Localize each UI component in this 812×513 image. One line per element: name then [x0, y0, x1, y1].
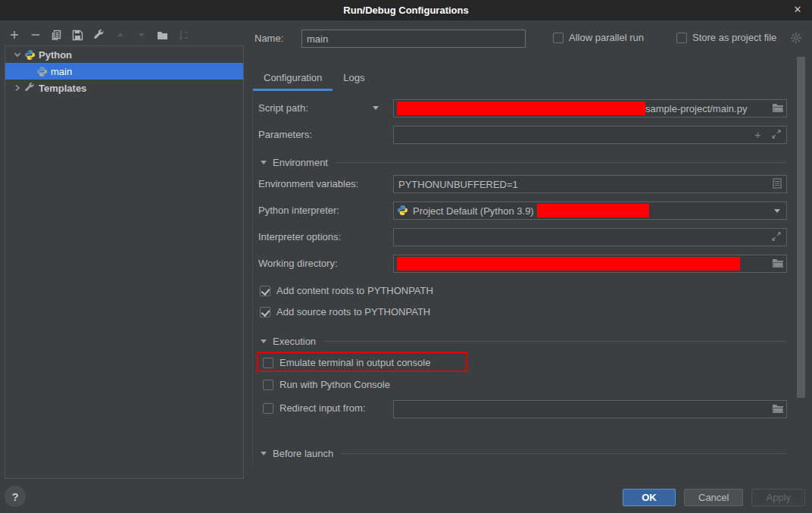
edit-templates-icon[interactable] [92, 29, 105, 42]
python-icon [36, 65, 48, 77]
redaction-block [537, 204, 649, 217]
redaction-block [397, 257, 740, 271]
environment-section-title: Environment [273, 157, 328, 168]
tab-logs[interactable]: Logs [333, 68, 375, 91]
help-button[interactable]: ? [5, 486, 26, 507]
combobox-dropdown-icon[interactable] [768, 202, 786, 219]
copy-icon[interactable] [50, 29, 63, 42]
folder-icon[interactable] [772, 102, 784, 114]
apply-button[interactable]: Apply [751, 489, 805, 506]
move-up-icon[interactable] [114, 29, 126, 42]
tree-item-label: main [51, 66, 72, 77]
name-label: Name: [255, 33, 283, 44]
cancel-button[interactable]: Cancel [684, 489, 743, 506]
checkbox-icon[interactable] [260, 286, 270, 296]
execution-section-title: Execution [273, 336, 316, 347]
store-as-project-file-checkbox[interactable]: Store as project file [676, 32, 776, 43]
add-content-roots-label: Add content roots to PYTHONPATH [276, 285, 433, 296]
script-path-row: Script path: sample-project/main.py [253, 99, 795, 117]
checkbox-icon[interactable] [260, 307, 270, 317]
script-path-field[interactable]: sample-project/main.py [393, 99, 787, 117]
new-folder-icon[interactable] [156, 29, 169, 42]
python-interpreter-row: Python interpreter: Project Default (Pyt… [253, 202, 795, 220]
store-as-project-file-label: Store as project file [692, 32, 776, 43]
working-directory-label: Working directory: [258, 258, 338, 269]
configurations-tree: Python main Templates [5, 45, 244, 479]
chevron-down-icon[interactable] [11, 51, 23, 58]
move-down-icon[interactable] [135, 29, 148, 42]
chevron-right-icon[interactable] [11, 84, 23, 92]
add-content-roots-checkbox[interactable]: Add content roots to PYTHONPATH [260, 285, 433, 296]
emulate-terminal-checkbox[interactable]: Emulate terminal in output console [263, 357, 430, 368]
run-with-python-console-checkbox[interactable]: Run with Python Console [263, 379, 390, 390]
checkbox-icon[interactable] [263, 380, 273, 390]
redirect-input-row [253, 400, 795, 418]
redirect-input-field[interactable] [393, 400, 787, 418]
before-launch-section-header[interactable]: Before launch [253, 446, 795, 460]
tree-item-label: Python [39, 49, 72, 61]
tree-item-main-selected[interactable]: main [5, 63, 243, 80]
dialog-titlebar: Run/Debug Configurations ✕ [0, 0, 812, 20]
save-icon[interactable] [71, 29, 84, 42]
tree-item-python-group[interactable]: Python [5, 46, 243, 63]
checkbox-icon[interactable] [263, 358, 273, 368]
configuration-form: Script path: sample-project/main.py Para… [252, 91, 795, 462]
working-directory-row: Working directory: [253, 255, 795, 273]
python-interpreter-value: Project Default (Python 3.9) [413, 205, 534, 217]
section-divider [323, 341, 786, 342]
allow-parallel-run-label: Allow parallel run [569, 32, 644, 43]
section-divider [341, 453, 786, 454]
tree-item-label: Templates [39, 83, 86, 94]
run-with-python-console-label: Run with Python Console [280, 379, 390, 390]
ok-button[interactable]: OK [623, 489, 676, 506]
name-row: Name: Allow parallel run Store as projec… [255, 30, 794, 48]
section-collapse-icon[interactable] [261, 339, 267, 343]
tree-item-templates-group[interactable]: Templates [5, 80, 243, 96]
expand-icon[interactable] [771, 129, 783, 141]
python-icon [23, 48, 36, 61]
vertical-scrollbar-thumb[interactable] [797, 57, 805, 398]
add-source-roots-label: Add source roots to PYTHONPATH [276, 306, 430, 317]
emulate-terminal-label: Emulate terminal in output console [280, 357, 430, 368]
script-path-value: sample-project/main.py [645, 103, 747, 114]
tab-configuration[interactable]: Configuration [253, 68, 333, 91]
section-divider [336, 162, 786, 163]
before-launch-section-title: Before launch [273, 448, 333, 459]
list-icon[interactable] [773, 178, 785, 190]
redaction-block [397, 102, 645, 115]
close-icon[interactable]: ✕ [791, 3, 804, 17]
wrench-icon [23, 82, 36, 94]
python-interpreter-label: Python interpreter: [258, 205, 339, 216]
environment-variables-row: Environment variables: [253, 175, 795, 193]
script-path-dropdown-icon[interactable] [373, 106, 379, 110]
allow-parallel-run-checkbox[interactable]: Allow parallel run [553, 32, 644, 43]
working-directory-field[interactable] [393, 255, 787, 273]
plus-icon[interactable]: + [754, 130, 767, 142]
dialog-buttons: OK Cancel Apply [623, 489, 805, 506]
checkbox-icon[interactable] [553, 33, 564, 43]
expand-icon[interactable] [771, 231, 783, 243]
script-path-label: Script path: [258, 102, 308, 114]
checkbox-icon[interactable] [676, 33, 687, 43]
interpreter-options-row: Interpreter options: [253, 228, 795, 246]
tab-bar: Configuration Logs [253, 68, 376, 91]
parameters-input[interactable] [393, 126, 787, 144]
parameters-label: Parameters: [258, 129, 312, 140]
python-icon [397, 205, 409, 217]
environment-variables-input[interactable] [393, 175, 787, 193]
execution-section-header[interactable]: Execution [253, 334, 795, 348]
section-collapse-icon[interactable] [261, 452, 267, 455]
environment-section-header[interactable]: Environment [253, 155, 795, 169]
interpreter-options-label: Interpreter options: [258, 231, 341, 242]
folder-icon[interactable] [772, 403, 784, 415]
add-icon[interactable] [8, 29, 20, 42]
section-collapse-icon[interactable] [261, 161, 267, 164]
folder-icon[interactable] [772, 258, 784, 270]
remove-icon[interactable] [29, 29, 42, 42]
add-source-roots-checkbox[interactable]: Add source roots to PYTHONPATH [260, 306, 430, 317]
gear-icon[interactable] [790, 32, 802, 44]
sort-icon[interactable] [177, 29, 190, 42]
name-input[interactable] [301, 30, 526, 48]
interpreter-options-input[interactable] [393, 228, 787, 246]
python-interpreter-combobox[interactable]: Project Default (Python 3.9) [393, 202, 787, 220]
